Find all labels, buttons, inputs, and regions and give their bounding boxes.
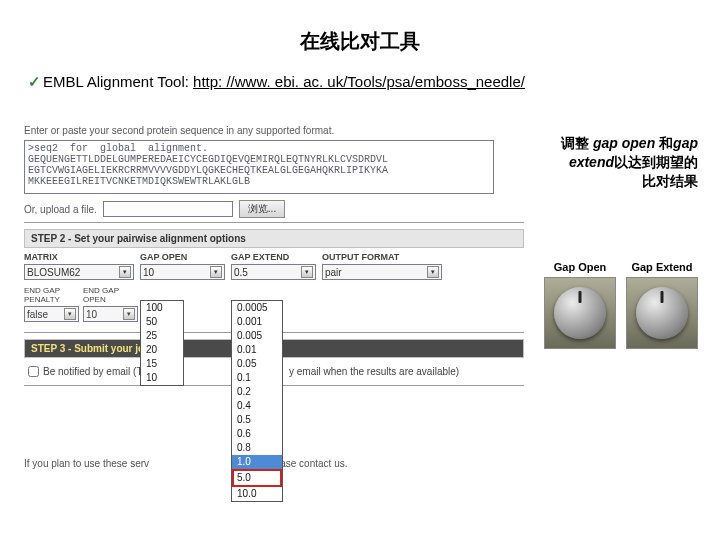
step2-header: STEP 2 - Set your pairwise alignment opt… — [24, 229, 524, 248]
gapopen-knob[interactable] — [554, 287, 606, 339]
dropdown-option[interactable]: 100 — [141, 301, 183, 315]
dropdown-option[interactable]: 1.0 — [232, 455, 282, 469]
chevron-down-icon: ▾ — [119, 266, 131, 278]
dropdown-option[interactable]: 25 — [141, 329, 183, 343]
dropdown-option[interactable]: 0.001 — [232, 315, 282, 329]
endgap-open-label: END GAP OPEN — [83, 286, 138, 304]
dropdown-option[interactable]: 0.8 — [232, 441, 282, 455]
dropdown-option[interactable]: 0.0005 — [232, 301, 282, 315]
gapextend-knob[interactable] — [636, 287, 688, 339]
divider — [24, 222, 524, 223]
dropdown-option[interactable]: 0.05 — [232, 357, 282, 371]
sequence-textarea[interactable]: >seq2 for global alignment. GEQUENGETTLD… — [24, 140, 494, 194]
check-icon: ✓ — [28, 73, 41, 90]
endgap-penalty-select[interactable]: false▾ — [24, 306, 79, 322]
dropdown-option[interactable]: 10 — [141, 371, 183, 385]
dropdown-option[interactable]: 5.0 — [232, 469, 282, 487]
endgap-open-select[interactable]: 10▾ — [83, 306, 138, 322]
file-input[interactable] — [103, 201, 233, 217]
upload-label: Or, upload a file. — [24, 204, 97, 215]
dropdown-option[interactable]: 0.2 — [232, 385, 282, 399]
col-gapopen: GAP OPEN — [140, 252, 225, 262]
col-output: OUTPUT FORMAT — [322, 252, 442, 262]
notify-label-b: y email when the results are available) — [289, 366, 459, 377]
options-grid: MATRIX GAP OPEN GAP EXTEND OUTPUT FORMAT… — [24, 252, 524, 280]
col-matrix: MATRIX — [24, 252, 134, 262]
matrix-select[interactable]: BLOSUM62▾ — [24, 264, 134, 280]
dropdown-option[interactable]: 0.5 — [232, 413, 282, 427]
gapopen-knob-label: Gap Open — [544, 261, 616, 273]
dropdown-option[interactable]: 0.6 — [232, 427, 282, 441]
dropdown-option[interactable]: 0.01 — [232, 343, 282, 357]
dropdown-option[interactable]: 20 — [141, 343, 183, 357]
col-gapextend: GAP EXTEND — [231, 252, 316, 262]
notify-checkbox[interactable] — [28, 366, 39, 377]
page-title: 在线比对工具 — [0, 28, 720, 55]
chevron-down-icon: ▾ — [210, 266, 222, 278]
dropdown-option[interactable]: 0.4 — [232, 399, 282, 413]
gapopen-knob-box — [544, 277, 616, 349]
dropdown-option[interactable]: 50 — [141, 315, 183, 329]
gapextend-knob-wrap: Gap Extend — [626, 261, 698, 349]
tip-text: 调整 gap open 和gap extend以达到期望的 比对结果 — [526, 134, 698, 191]
gapextend-select[interactable]: 0.5▾ — [231, 264, 316, 280]
subtitle-prefix: EMBL Alignment Tool: — [43, 73, 193, 90]
chevron-down-icon: ▾ — [123, 308, 135, 320]
dropdown-option[interactable]: 10.0 — [232, 487, 282, 501]
gapextend-knob-box — [626, 277, 698, 349]
dropdown-option[interactable]: 0.005 — [232, 329, 282, 343]
dropdown-option[interactable]: 0.1 — [232, 371, 282, 385]
gapopen-dropdown[interactable]: 1005025201510 — [140, 300, 184, 386]
second-seq-prompt: Enter or paste your second protein seque… — [24, 125, 524, 136]
chevron-down-icon: ▾ — [64, 308, 76, 320]
subtitle: ✓EMBL Alignment Tool: http: //www. ebi. … — [28, 73, 720, 91]
gapopen-knob-wrap: Gap Open — [544, 261, 616, 349]
tool-link[interactable]: http: //www. ebi. ac. uk/Tools/psa/embos… — [193, 73, 525, 90]
gapopen-select[interactable]: 10▾ — [140, 264, 225, 280]
right-column: 调整 gap open 和gap extend以达到期望的 比对结果 Gap O… — [526, 134, 698, 349]
dropdown-option[interactable]: 15 — [141, 357, 183, 371]
gapextend-dropdown[interactable]: 0.00050.0010.0050.010.050.10.20.40.50.60… — [231, 300, 283, 502]
output-select[interactable]: pair▾ — [322, 264, 442, 280]
browse-button[interactable]: 浏览... — [239, 200, 285, 218]
chevron-down-icon: ▾ — [301, 266, 313, 278]
chevron-down-icon: ▾ — [427, 266, 439, 278]
endgap-penalty-label: END GAP PENALTY — [24, 286, 79, 304]
gapextend-knob-label: Gap Extend — [626, 261, 698, 273]
knob-row: Gap Open Gap Extend — [526, 261, 698, 349]
